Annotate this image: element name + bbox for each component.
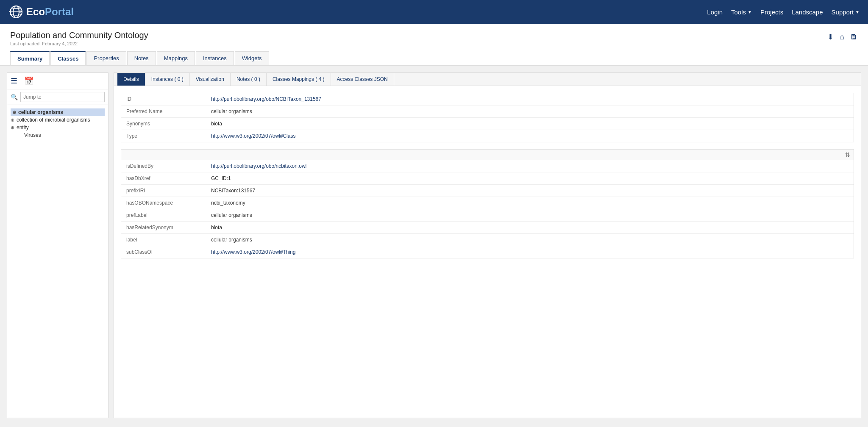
detail-row-preferred-name: Preferred Name cellular organisms (121, 105, 854, 118)
detail-tabs: Details Instances ( 0 ) Visualization No… (114, 73, 861, 86)
toggle-cellular: ⊕ (12, 110, 18, 115)
page-header: Population and Community Ontology Last u… (0, 24, 868, 66)
nav-tools[interactable]: Tools ▼ (731, 8, 752, 16)
tree-item-cellular[interactable]: ⊕ cellular organisms (11, 108, 105, 116)
left-panel: ☰ 📅 🔍 ⊕ cellular organisms ⊕ collection … (7, 72, 108, 418)
detail-row-id: ID http://purl.obolibrary.org/obo/NCBITa… (121, 93, 854, 105)
tree-label-entity: entity (17, 125, 29, 130)
sort-icon[interactable]: ⇅ (845, 151, 850, 158)
detail-content: ID http://purl.obolibrary.org/obo/NCBITa… (114, 86, 861, 272)
main-tabs: Summary Classes Properties Notes Mapping… (10, 51, 858, 65)
detail-row-isdefinedby: isDefinedBy http://purl.obolibrary.org/o… (121, 160, 854, 172)
tab-widgets[interactable]: Widgets (235, 51, 269, 65)
tree-label-viruses: Viruses (24, 132, 41, 138)
detail-tab-instances[interactable]: Instances ( 0 ) (145, 73, 190, 86)
nav-links: Login Tools ▼ Projects Landscape Support… (707, 8, 860, 16)
doc-icon[interactable]: 🗎 (850, 33, 858, 42)
value-hasrelatedsynonym: biota (211, 225, 849, 230)
nav-landscape[interactable]: Landscape (792, 8, 823, 16)
support-dropdown-arrow: ▼ (855, 10, 860, 14)
detail-row-type: Type http://www.w3.org/2002/07/owl#Class (121, 130, 854, 142)
tree-item-microbial[interactable]: ⊕ collection of microbial organisms (11, 116, 105, 124)
tab-properties[interactable]: Properties (86, 51, 126, 65)
page-header-left: Population and Community Ontology Last u… (10, 30, 148, 46)
value-hasdbxref: GC_ID:1 (211, 175, 849, 181)
globe-icon: < > (8, 4, 24, 19)
detail-tab-details[interactable]: Details (117, 73, 145, 86)
toggle-microbial: ⊕ (11, 117, 17, 123)
key-hasdbxref: hasDbXref (126, 175, 211, 181)
key-preflabel: prefLabel (126, 212, 211, 218)
toggle-entity: ⊕ (11, 125, 17, 130)
right-panel: Details Instances ( 0 ) Visualization No… (114, 72, 861, 418)
tree-label-cellular: cellular organisms (18, 109, 63, 115)
key-isdefinedby: isDefinedBy (126, 163, 211, 169)
svg-text:>: > (19, 9, 22, 14)
detail-row-preflabel: prefLabel cellular organisms (121, 209, 854, 222)
page-header-icons: ⬇ ⌂ 🗎 (827, 30, 858, 42)
svg-text:<: < (9, 9, 11, 14)
tab-summary[interactable]: Summary (10, 51, 50, 65)
key-synonyms: Synonyms (126, 121, 211, 127)
detail-tab-classes-mappings[interactable]: Classes Mappings ( 4 ) (267, 73, 331, 86)
nav-support[interactable]: Support ▼ (832, 8, 860, 16)
value-isdefinedby[interactable]: http://purl.obolibrary.org/obo/ncbitaxon… (211, 163, 849, 169)
tab-notes[interactable]: Notes (127, 51, 156, 65)
key-id: ID (126, 96, 211, 102)
brand-logo[interactable]: < > EcoPortal (8, 4, 74, 19)
key-label: label (126, 237, 211, 243)
key-type: Type (126, 133, 211, 139)
tab-mappings[interactable]: Mappings (157, 51, 195, 65)
main-content: ☰ 📅 🔍 ⊕ cellular organisms ⊕ collection … (0, 66, 868, 425)
home-icon[interactable]: ⌂ (840, 33, 844, 42)
detail-tab-notes[interactable]: Notes ( 0 ) (231, 73, 267, 86)
navbar: < > EcoPortal Login Tools ▼ Projects Lan… (0, 0, 868, 24)
detail-row-hasobonamespace: hasOBONamespace ncbi_taxonomy (121, 197, 854, 209)
detail-tab-access-json[interactable]: Access Classes JSON (331, 73, 394, 86)
key-subclassof: subClassOf (126, 249, 211, 255)
page-title: Population and Community Ontology (10, 30, 148, 40)
key-prefixiri: prefixIRI (126, 188, 211, 194)
value-preferred-name: cellular organisms (211, 108, 849, 114)
list-icon[interactable]: ☰ (11, 76, 17, 86)
search-row: 🔍 (7, 89, 108, 105)
tree-panel: ⊕ cellular organisms ⊕ collection of mic… (7, 105, 108, 418)
nav-projects[interactable]: Projects (760, 8, 783, 16)
detail-row-subclassof: subClassOf http://www.w3.org/2002/07/owl… (121, 246, 854, 258)
toggle-viruses (18, 133, 24, 138)
nav-login[interactable]: Login (707, 8, 723, 16)
detail-row-hasdbxref: hasDbXref GC_ID:1 (121, 172, 854, 185)
value-prefixiri: NCBITaxon:131567 (211, 188, 849, 194)
value-label: cellular organisms (211, 237, 849, 243)
download-icon[interactable]: ⬇ (827, 32, 834, 42)
tree-item-viruses[interactable]: Viruses (11, 131, 105, 139)
value-preflabel: cellular organisms (211, 212, 849, 218)
key-hasrelatedsynonym: hasRelatedSynonym (126, 225, 211, 230)
key-preferred-name: Preferred Name (126, 108, 211, 114)
detail-row-label: label cellular organisms (121, 234, 854, 246)
detail-row-hasrelatedsynonym: hasRelatedSynonym biota (121, 222, 854, 234)
value-hasobonamespace: ncbi_taxonomy (211, 200, 849, 206)
page-subtitle: Last uploaded: February 4, 2022 (10, 41, 148, 46)
tab-instances[interactable]: Instances (196, 51, 234, 65)
key-hasobonamespace: hasOBONamespace (126, 200, 211, 206)
value-synonyms: biota (211, 121, 849, 127)
detail-tab-visualization[interactable]: Visualization (190, 73, 231, 86)
detail-row-prefixiri: prefixIRI NCBITaxon:131567 (121, 185, 854, 197)
brand-eco: Eco (26, 6, 45, 18)
search-icon: 🔍 (11, 94, 18, 100)
section2-header: ⇅ (121, 150, 854, 160)
tab-classes[interactable]: Classes (50, 51, 86, 65)
tree-label-microbial: collection of microbial organisms (17, 117, 90, 123)
value-id[interactable]: http://purl.obolibrary.org/obo/NCBITaxon… (211, 96, 849, 102)
detail-section-1: ID http://purl.obolibrary.org/obo/NCBITa… (121, 93, 854, 142)
detail-row-synonyms: Synonyms biota (121, 118, 854, 130)
left-panel-icons: ☰ 📅 (7, 73, 108, 89)
detail-section-2: ⇅ isDefinedBy http://purl.obolibrary.org… (121, 149, 854, 258)
tools-dropdown-arrow: ▼ (748, 10, 752, 14)
value-subclassof[interactable]: http://www.w3.org/2002/07/owl#Thing (211, 249, 849, 255)
tree-item-entity[interactable]: ⊕ entity (11, 124, 105, 131)
search-input[interactable] (20, 92, 105, 102)
value-type[interactable]: http://www.w3.org/2002/07/owl#Class (211, 133, 849, 139)
calendar-icon[interactable]: 📅 (24, 76, 33, 86)
